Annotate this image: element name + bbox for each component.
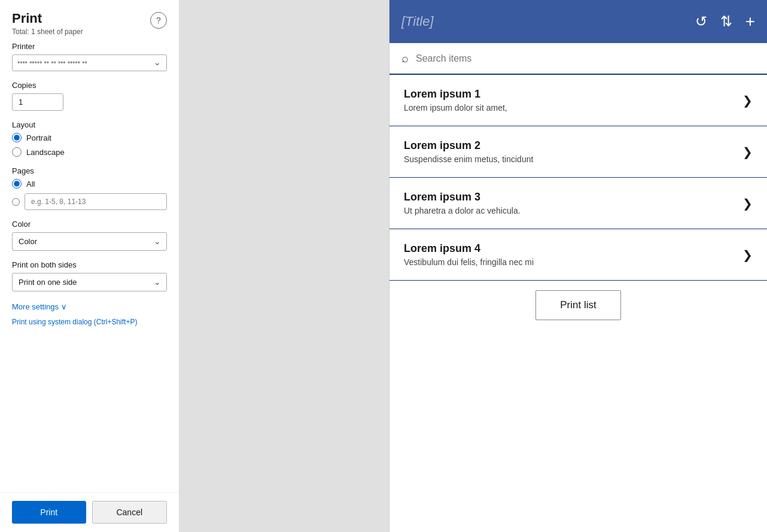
print-list-btn-container: Print list [389, 281, 767, 330]
list-item-title: Lorem ipsum 3 [404, 191, 735, 203]
search-bar: ⌕ [389, 43, 767, 75]
pages-label: Pages [12, 166, 167, 175]
chevron-right-icon: ❯ [742, 145, 753, 159]
right-panel-title: [Title] [401, 14, 434, 29]
list-item-desc: Vestibulum dui felis, fringilla nec mi [404, 257, 735, 267]
sort-icon-button[interactable]: ⇅ [720, 14, 732, 29]
portrait-radio[interactable] [12, 133, 22, 142]
pages-section: Pages All [12, 166, 167, 210]
list-items: Lorem ipsum 1 Lorem ipsum dolor sit amet… [389, 75, 767, 532]
landscape-radio[interactable] [12, 147, 22, 157]
all-pages-label: All [26, 180, 35, 189]
search-input[interactable] [416, 53, 755, 64]
pages-radio-group: All [12, 179, 167, 210]
printer-label: Printer [12, 42, 167, 51]
layout-radio-group: Portrait Landscape [12, 133, 167, 157]
layout-section: Layout Portrait Landscape [12, 120, 167, 157]
more-settings-label: More settings [12, 302, 59, 311]
add-icon: + [745, 13, 755, 30]
portrait-label: Portrait [26, 133, 51, 142]
landscape-radio-item[interactable]: Landscape [12, 147, 167, 157]
print-sides-section: Print on both sides Print on one side Pr… [12, 260, 167, 291]
list-item-content: Lorem ipsum 1 Lorem ipsum dolor sit amet… [404, 88, 735, 113]
color-select[interactable]: Color Black and white [12, 232, 167, 251]
landscape-label: Landscape [26, 148, 65, 157]
copies-section: Copies [12, 81, 167, 111]
print-header: Print Total: 1 sheet of paper ? [0, 0, 179, 42]
printer-select[interactable]: •••• ••••• •• •• ••• ••••• •• [12, 54, 167, 71]
list-item-desc: Ut pharetra a dolor ac vehicula. [404, 206, 735, 215]
custom-pages-radio[interactable] [12, 198, 20, 206]
right-header: [Title] ↺ ⇅ + [389, 0, 767, 43]
system-dialog-link[interactable]: Print using system dialog (Ctrl+Shift+P) [12, 318, 137, 326]
portrait-radio-item[interactable]: Portrait [12, 133, 167, 142]
copies-label: Copies [12, 81, 167, 90]
more-settings-link[interactable]: More settings ∨ [12, 302, 67, 311]
more-settings-section: More settings ∨ Print using system dialo… [12, 301, 167, 327]
print-footer: Print Cancel [0, 492, 179, 532]
header-icons: ↺ ⇅ + [695, 13, 755, 30]
search-icon: ⌕ [401, 51, 409, 65]
list-item[interactable]: Lorem ipsum 1 Lorem ipsum dolor sit amet… [389, 75, 767, 126]
print-title: Print [12, 11, 83, 26]
printer-section: Printer •••• ••••• •• •• ••• ••••• •• [12, 42, 167, 71]
chevron-right-icon: ❯ [742, 196, 753, 211]
print-sides-label: Print on both sides [12, 260, 167, 269]
list-item[interactable]: Lorem ipsum 2 Suspendisse enim metus, ti… [389, 126, 767, 178]
printer-select-wrapper: •••• ••••• •• •• ••• ••••• •• [12, 54, 167, 71]
list-item-content: Lorem ipsum 3 Ut pharetra a dolor ac veh… [404, 191, 735, 215]
chevron-right-icon: ❯ [742, 93, 753, 108]
print-button[interactable]: Print [12, 501, 86, 524]
print-panel: Print Total: 1 sheet of paper ? Printer … [0, 0, 179, 532]
refresh-icon: ↺ [695, 14, 707, 29]
list-item-content: Lorem ipsum 2 Suspendisse enim metus, ti… [404, 139, 735, 164]
list-item-desc: Lorem ipsum dolor sit amet, [404, 103, 735, 113]
help-button[interactable]: ? [150, 12, 167, 29]
sort-icon: ⇅ [720, 14, 732, 29]
print-sides-select-wrapper: Print on one side Print on both sides – … [12, 273, 167, 291]
print-body: Printer •••• ••••• •• •• ••• ••••• •• Co… [0, 42, 179, 492]
copies-input[interactable] [12, 93, 63, 111]
refresh-icon-button[interactable]: ↺ [695, 14, 707, 29]
list-item-title: Lorem ipsum 1 [404, 88, 735, 101]
color-section: Color Color Black and white [12, 220, 167, 251]
print-title-group: Print Total: 1 sheet of paper [12, 11, 83, 36]
print-subtitle: Total: 1 sheet of paper [12, 28, 83, 36]
list-item[interactable]: Lorem ipsum 4 Vestibulum dui felis, frin… [389, 229, 767, 281]
right-panel: [Title] ↺ ⇅ + ⌕ Lorem ipsum 1 Lorem ipsu… [389, 0, 767, 532]
custom-pages-input[interactable] [25, 193, 167, 210]
list-item-content: Lorem ipsum 4 Vestibulum dui felis, frin… [404, 242, 735, 267]
print-sides-select[interactable]: Print on one side Print on both sides – … [12, 273, 167, 291]
add-icon-button[interactable]: + [745, 13, 755, 30]
color-select-wrapper: Color Black and white [12, 232, 167, 251]
list-item[interactable]: Lorem ipsum 3 Ut pharetra a dolor ac veh… [389, 178, 767, 229]
color-label: Color [12, 220, 167, 229]
all-pages-radio-item[interactable]: All [12, 179, 167, 189]
more-settings-chevron-icon: ∨ [61, 302, 67, 311]
list-item-desc: Suspendisse enim metus, tincidunt [404, 154, 735, 164]
chevron-right-icon: ❯ [742, 248, 753, 262]
cancel-button[interactable]: Cancel [92, 501, 168, 524]
list-item-title: Lorem ipsum 2 [404, 139, 735, 152]
preview-area [179, 0, 389, 532]
all-pages-radio[interactable] [12, 179, 22, 189]
list-item-title: Lorem ipsum 4 [404, 242, 735, 255]
layout-label: Layout [12, 120, 167, 129]
print-list-button[interactable]: Print list [535, 290, 620, 320]
custom-pages-row [12, 193, 167, 210]
